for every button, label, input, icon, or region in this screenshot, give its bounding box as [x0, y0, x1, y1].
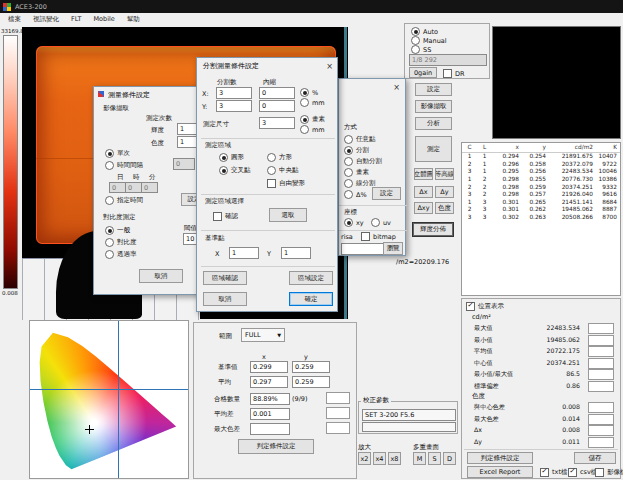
coord-uv-radio[interactable]: uv: [371, 218, 391, 227]
split-cancel-button[interactable]: 取消: [203, 292, 247, 306]
contour-button[interactable]: 等高線: [435, 168, 454, 180]
calibration-field[interactable]: SET 3-200 F5.6: [362, 409, 456, 421]
delta-x-button[interactable]: Δx: [414, 186, 433, 198]
base-x-field[interactable]: 1: [229, 247, 259, 259]
interval-radio[interactable]: 時間間隔: [105, 161, 143, 170]
cie-diagram-panel[interactable]: [29, 320, 189, 479]
method-option-5[interactable]: Δ%: [344, 190, 367, 199]
region-square-radio[interactable]: 方形: [267, 153, 292, 162]
excel-report-button[interactable]: Excel Report: [467, 466, 533, 478]
confirm-checkbox[interactable]: 確認: [213, 212, 238, 221]
txt-file-checkbox[interactable]: txt檔: [540, 468, 567, 477]
settings-button[interactable]: 設定: [415, 83, 452, 96]
save-button[interactable]: 儲存: [574, 452, 616, 464]
thumbnail-display[interactable]: [492, 26, 621, 139]
split-ok-button[interactable]: 確定: [289, 292, 333, 306]
inset-mm-radio[interactable]: mm: [300, 98, 325, 107]
measure-cancel-button[interactable]: 取消: [139, 269, 183, 283]
x-div-field[interactable]: 3: [216, 87, 252, 99]
close-icon[interactable]: ×: [390, 82, 403, 93]
table-cell: 1: [462, 153, 477, 160]
free-deform-checkbox[interactable]: 自由變形: [267, 179, 305, 188]
stat-label: 中心值: [474, 359, 493, 368]
luminance-dist-button[interactable]: 輝度分佈: [412, 222, 454, 237]
capture-button[interactable]: 影像擷取: [415, 100, 452, 113]
method-option-4[interactable]: 線分割: [344, 179, 376, 188]
exposure-manual-radio[interactable]: Manual: [411, 36, 447, 45]
y-div-field[interactable]: 3: [216, 100, 252, 112]
size-pixel-radio[interactable]: 畫素: [300, 115, 325, 124]
day-label: 日: [117, 173, 124, 181]
size-mm-radio[interactable]: mm: [300, 125, 325, 134]
inset-percent-radio[interactable]: %: [300, 88, 318, 97]
x-inset-field[interactable]: 0: [259, 87, 295, 99]
method-option-1[interactable]: 分割: [344, 146, 369, 155]
region-confirm-button[interactable]: 區域確認: [203, 271, 247, 285]
menu-item-1[interactable]: 視訊變化: [33, 13, 59, 26]
cie-horseshoe: [36, 325, 182, 473]
method-option-3[interactable]: 畫素: [344, 168, 369, 177]
menu-item-3[interactable]: Mobile: [93, 13, 114, 26]
zoom-x8-button[interactable]: x8: [388, 452, 401, 465]
multi-m-button[interactable]: M: [413, 452, 426, 465]
region-center-radio[interactable]: 中央點: [267, 166, 299, 175]
delta-pct-set-button[interactable]: 設定: [372, 187, 401, 200]
ref-x-field[interactable]: 0.299: [250, 361, 288, 373]
exposure-auto-radio[interactable]: Auto: [411, 27, 438, 36]
zoom-x2-button[interactable]: x2: [358, 452, 371, 465]
judge-settings-button[interactable]: 判定條件設定: [467, 452, 533, 464]
size-field[interactable]: 3: [259, 117, 295, 129]
table-row: 220.2980.25920374.2519332: [462, 183, 620, 191]
solid-view-button[interactable]: 立體圖: [414, 168, 433, 180]
pick-button[interactable]: 選取: [269, 208, 307, 222]
browse-button[interactable]: 瀏覽: [383, 242, 403, 255]
stat-row: 標準偏差0.86: [462, 381, 622, 393]
method-option-2[interactable]: 自動分割: [344, 157, 382, 166]
method-option-0[interactable]: 任意點: [344, 135, 376, 144]
close-icon[interactable]: ×: [323, 61, 336, 72]
menu-item-0[interactable]: 檔案: [8, 13, 21, 26]
single-radio[interactable]: 單次: [105, 149, 130, 158]
general-radio[interactable]: 一般: [105, 226, 130, 235]
table-cell: 0.298: [492, 191, 519, 198]
multi-s-button[interactable]: S: [428, 452, 441, 465]
delta-xy-button[interactable]: Δxy: [414, 202, 433, 214]
region-cross-radio[interactable]: 交叉點: [219, 166, 251, 175]
region-circle-radio[interactable]: 圓形: [219, 153, 244, 162]
range-judge-button[interactable]: 判定條件設定: [238, 439, 314, 454]
position-display-checkbox[interactable]: 位置表示: [466, 302, 504, 311]
measure-button[interactable]: 測定: [415, 136, 452, 162]
ref-y-field[interactable]: 0.259: [292, 361, 330, 373]
csv-file-checkbox[interactable]: csv檔: [568, 468, 597, 477]
chroma-button[interactable]: 色度: [435, 202, 454, 214]
contrast-section-label: 對比度測定: [103, 213, 136, 221]
stats-chroma-list: 與中心色差0.008最大色差0.014Δx0.008Δy0.011: [462, 402, 622, 448]
menu-item-4[interactable]: 幫助: [127, 13, 140, 26]
multi-d-button[interactable]: D: [443, 452, 456, 465]
delta-y-button[interactable]: Δy: [435, 186, 454, 198]
table-cell: 0.298: [492, 184, 519, 191]
analyze-button[interactable]: 分析: [415, 117, 452, 130]
table-cell: 10407: [593, 153, 617, 160]
specified-time-radio[interactable]: 指定時間: [105, 196, 143, 205]
coord-xy-radio[interactable]: xy: [344, 218, 364, 227]
minute-label: 分: [149, 173, 156, 181]
calibration-label: 校正參數: [361, 396, 391, 404]
contrast-radio[interactable]: 對比度: [105, 238, 137, 247]
region-set-button[interactable]: 區域設定: [289, 271, 333, 285]
dr-checkbox[interactable]: DR: [443, 69, 465, 78]
y-inset-field[interactable]: 0: [259, 100, 295, 112]
range-dropdown[interactable]: FULL▼: [241, 328, 285, 342]
menu-item-2[interactable]: FLT: [71, 13, 81, 26]
bitmap-checkbox[interactable]: bitmap: [361, 232, 396, 241]
exposure-ss-radio[interactable]: SS: [411, 45, 431, 54]
gain-button[interactable]: 0gain: [409, 67, 437, 78]
cie-crosshair-vline: [118, 321, 119, 478]
file-path-field[interactable]: [341, 243, 385, 255]
table-cell: 0.263: [519, 214, 546, 221]
hour-field: 0: [125, 182, 142, 193]
base-y-field[interactable]: 1: [281, 247, 311, 259]
zoom-x4-button[interactable]: x4: [373, 452, 386, 465]
image-file-checkbox[interactable]: 影像檔: [595, 468, 623, 477]
transmittance-radio[interactable]: 透過率: [105, 250, 137, 259]
